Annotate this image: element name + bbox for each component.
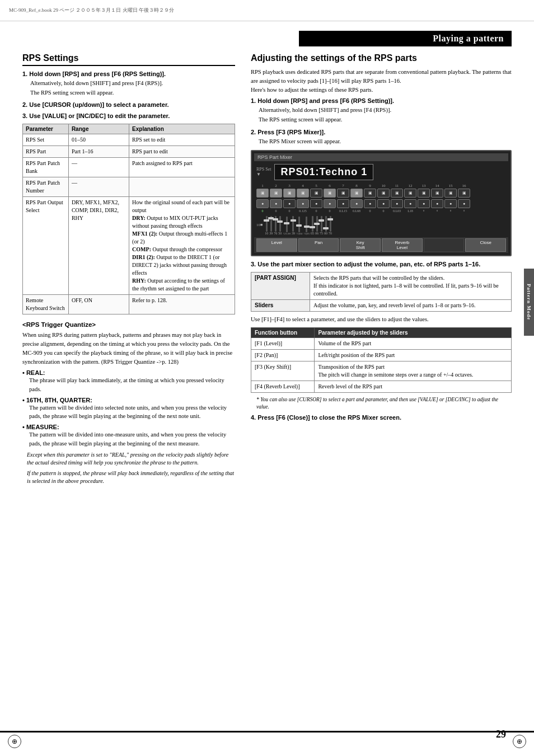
mixer-pad[interactable]: ▣ <box>404 189 416 198</box>
mixer-pad[interactable]: ● <box>391 199 403 208</box>
table-row: [F1 (Level)] Volume of the RPS part <box>251 337 512 349</box>
mixer-pad[interactable]: ● <box>350 199 363 208</box>
adj-step-3: 3. Use the part mixer section to adjust … <box>251 261 512 267</box>
mixer-pad[interactable]: ● <box>256 199 269 208</box>
mixer-pad[interactable]: ● <box>337 199 349 208</box>
col-param: Parameter adjusted by the sliders <box>315 327 512 337</box>
table-row: RPS Set 01–50 RPS set to edit <box>23 134 235 146</box>
rps-trigger-intro: When using RPS during pattern playback, … <box>22 331 235 366</box>
corner-mark-bl <box>8 735 21 748</box>
bullet-real-label: • REAL: <box>22 369 45 376</box>
mixer-pad[interactable]: ● <box>444 199 457 208</box>
mixer-btn-close[interactable]: Close <box>465 238 506 252</box>
mixer-pad[interactable]: ● <box>324 199 336 208</box>
step-num: 1. <box>22 71 27 77</box>
part-assign-table: [PART ASSIGN] Selects the RPS parts that… <box>251 272 512 312</box>
bullet-measure-label: • MEASURE: <box>22 424 59 430</box>
rps-step-1-header: 1. Hold down [RPS] and press [F6 (RPS Se… <box>22 71 235 77</box>
slider-col: 76 <box>274 216 277 235</box>
mixer-pad[interactable]: ▣ <box>418 189 430 198</box>
slider-col: 06 <box>315 216 318 235</box>
mixer-pad[interactable]: ● <box>297 199 309 208</box>
step-num: 2. <box>251 129 256 135</box>
slider-col: 50 <box>278 216 282 235</box>
table-row: RPS Part Patch Bank — Patch assigned to … <box>23 158 235 177</box>
table-row: [PART ASSIGN] Selects the RPS parts that… <box>251 272 512 299</box>
table-row: [F2 (Pan)] Left/right position of the RP… <box>251 349 512 361</box>
adj-step-1-body: Alternatively, hold down [SHIFT] and pre… <box>251 106 512 124</box>
mixer-pad[interactable]: ● <box>431 199 443 208</box>
mixer-sliders: 10■ 10 39 76 5 <box>254 214 508 236</box>
side-tab: Pattern Mode <box>524 269 534 336</box>
bullet-measure: • MEASURE: The pattern will be divided i… <box>22 424 235 447</box>
rps-mixer-title-bar: RPS Part Mixer <box>254 153 508 161</box>
bullet-real-text: The phrase will play back immediately, a… <box>22 376 235 393</box>
mixer-pad[interactable]: ● <box>364 199 376 208</box>
mixer-pad[interactable]: ▣ <box>391 189 403 198</box>
mixer-pad[interactable]: ● <box>458 199 470 208</box>
adj-step-2-line1: The RPS Mixer screen will appear. <box>259 137 512 145</box>
rps-step-3: 3. Use [VALUE] or [INC/DEC] to edit the … <box>22 112 235 119</box>
left-column: RPS Settings 1. Hold down [RPS] and pres… <box>22 53 235 725</box>
mixer-pad[interactable]: ▣ <box>337 189 349 198</box>
rps-step-1-line2: The RPS setting screen will appear. <box>30 88 235 97</box>
mixer-btn-reverb[interactable]: ReverbLevel <box>382 238 423 252</box>
mixer-pad[interactable]: ● <box>270 199 282 208</box>
adj-step-2: 2. Press [F3 (RPS Mixer)]. The RPS Mixer… <box>251 129 512 145</box>
corner-mark-br <box>513 735 526 748</box>
rps-mixer-header: RPS Set▼ RPS01:Techno 1 <box>254 163 508 181</box>
mixer-pad[interactable]: ● <box>283 199 296 208</box>
mixer-pad[interactable]: ▣ <box>297 189 309 198</box>
mixer-pad[interactable]: ▣ <box>458 189 470 198</box>
mixer-pad[interactable]: ● <box>418 199 430 208</box>
mixer-pad[interactable]: ● <box>310 199 322 208</box>
rps-step-1-line1: Alternatively, hold down [SHIFT] and pre… <box>30 79 235 87</box>
adj-step-4-header: 4. Press [F6 (Close)] to close the RPS M… <box>251 414 512 421</box>
bullet-16th: • 16TH, 8TH, QUARTER: The pattern will b… <box>22 397 235 420</box>
mixer-pad[interactable]: ▣ <box>364 189 376 198</box>
adj-step-1-bold: Hold down [RPS] and press [F6 (RPS Setti… <box>257 97 394 104</box>
adj-step-2-header: 2. Press [F3 (RPS Mixer)]. <box>251 129 512 135</box>
table-row: RPS Part Output Select DRY, MFX1, MFX2, … <box>23 197 235 295</box>
mixer-pad[interactable]: ▣ <box>270 189 282 198</box>
mixer-pad[interactable]: ● <box>377 199 390 208</box>
trigger-note-2: If the pattern is stopped, the phrase wi… <box>22 469 235 485</box>
mixer-num-row-top: 12345678910111213141516 <box>254 184 508 188</box>
rps-step-2: 2. Use [CURSOR (up/down)] to select a pa… <box>22 101 235 108</box>
rps-params-table: Parameter Range Explanation RPS Set 01–5… <box>22 124 235 314</box>
table-row: RPS Part Patch Number — <box>23 177 235 197</box>
slider-col: 75 <box>320 216 323 235</box>
mixer-btn-level[interactable]: Level <box>256 238 297 252</box>
mixer-pad[interactable]: ▣ <box>283 189 296 198</box>
rps-step-2-header: 2. Use [CURSOR (up/down)] to select a pa… <box>22 101 235 108</box>
rps-step-2-bold: Use [CURSOR (up/down)] to select a param… <box>29 101 168 108</box>
mixer-pad[interactable]: ▣ <box>256 189 269 198</box>
mixer-pad[interactable]: ▣ <box>350 189 363 198</box>
mixer-btn-pan[interactable]: Pan <box>298 238 339 252</box>
page-number: 29 <box>496 729 506 740</box>
mixer-bottom-buttons: Level Pan KeyShift ReverbLevel Close <box>254 237 508 253</box>
mixer-pad[interactable]: ▣ <box>431 189 443 198</box>
col-explanation: Explanation <box>129 124 235 134</box>
rps-step-1: 1. Hold down [RPS] and press [F6 (RPS Se… <box>22 71 235 97</box>
table-row: [F4 (Reverb Level)] Reverb level of the … <box>251 381 512 392</box>
mixer-pad[interactable]: ▣ <box>444 189 457 198</box>
mixer-pad[interactable]: ● <box>404 199 416 208</box>
mixer-pad[interactable]: ▣ <box>324 189 336 198</box>
mixer-pad[interactable]: ▣ <box>310 189 322 198</box>
mixer-val-row: 0 0 0 0.125 0 0 0.L15 0.L68 0 0 0.L03 L1… <box>254 209 508 213</box>
adj-step-3-bold: Use the part mixer section to adjust the… <box>257 261 480 267</box>
rps-trigger-title: <RPS Trigger Quantize> <box>22 321 235 328</box>
slider-col: ↑1|04 <box>296 217 302 235</box>
bullet-16th-text: The pattern will be divided into selecte… <box>22 403 235 420</box>
header-meta: MC-909_Ref_e.book 29 ページ ２００５年３月１日 火曜日 午… <box>9 7 174 14</box>
step-num: 3. <box>251 261 256 267</box>
page-title: Playing a pattern <box>299 31 512 46</box>
adjusting-title: Adjusting the settings of the RPS parts <box>251 53 512 63</box>
rps-set-name: RPS01:Techno 1 <box>274 164 373 180</box>
mixer-pad[interactable]: ▣ <box>377 189 390 198</box>
rps-set-label: RPS Set▼ <box>256 167 271 177</box>
col-range: Range <box>68 124 129 134</box>
mixer-btn-key-shift[interactable]: KeyShift <box>340 238 381 252</box>
mixer-btn-empty <box>424 238 465 252</box>
